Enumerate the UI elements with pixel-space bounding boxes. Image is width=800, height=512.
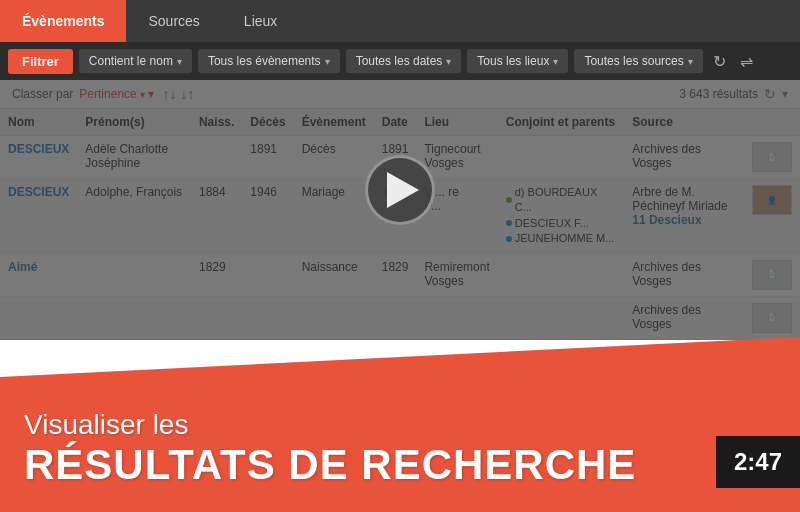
- cell-conjoint: d) BOURDEAUX C...DESCIEUX F...JEUNEHOMME…: [498, 179, 624, 254]
- cell-nom: [0, 296, 77, 339]
- settings-icon[interactable]: ⇌: [736, 52, 757, 71]
- col-deces: Décès: [242, 109, 293, 136]
- table-row[interactable]: Aimé1829Naissance1829RemiremontVosgesArc…: [0, 253, 800, 296]
- filter-sources-dropdown[interactable]: Toutes les sources: [574, 49, 702, 73]
- results-refresh-icon[interactable]: ↻: [764, 86, 776, 102]
- cell-lieu: RemiremontVosges: [416, 253, 497, 296]
- cell-thumb: 📄: [744, 253, 800, 296]
- cell-evenement: [294, 296, 374, 339]
- cell-source: Archives des Vosges: [624, 253, 744, 296]
- results-chevron-icon[interactable]: ▾: [782, 87, 788, 101]
- sort-asc-icon[interactable]: ↑↓: [162, 86, 176, 102]
- cell-deces: 1946: [242, 179, 293, 254]
- cell-prenoms: Adolphe, François: [77, 179, 191, 254]
- red-section: Visualiser les RÉSULTATS DE RECHERCHE: [0, 337, 800, 512]
- video-title-small: Visualiser les: [24, 408, 776, 442]
- name-link[interactable]: DESCIEUX: [8, 185, 69, 199]
- cell-prenoms: [77, 253, 191, 296]
- refresh-icon[interactable]: ↻: [709, 52, 730, 71]
- cell-date: [374, 296, 417, 339]
- tab-evenements[interactable]: Évènements: [0, 0, 126, 42]
- filter-events-dropdown[interactable]: Tous les évènements: [198, 49, 340, 73]
- tabs-bar: Évènements Sources Lieux: [0, 0, 800, 42]
- filter-button[interactable]: Filtrer: [8, 49, 73, 74]
- source-link[interactable]: 11 Descieux: [632, 213, 701, 227]
- table-header-row: Nom Prénom(s) Naiss. Décès Évènement Dat…: [0, 109, 800, 136]
- cell-source: Arbre de M. Péchineyf Miriade11 Descieux: [624, 179, 744, 254]
- col-lieu: Lieu: [416, 109, 497, 136]
- cell-nom: DESCIEUX: [0, 179, 77, 254]
- name-link[interactable]: Aimé: [8, 260, 37, 274]
- results-count: 3 643 résultats ↻ ▾: [679, 86, 788, 102]
- filter-lieux-dropdown[interactable]: Tous les lieux: [467, 49, 568, 73]
- cell-evenement: Naissance: [294, 253, 374, 296]
- cell-conjoint: [498, 136, 624, 179]
- tab-sources[interactable]: Sources: [126, 0, 221, 42]
- cell-conjoint: [498, 296, 624, 339]
- cell-evenement: Mariage: [294, 179, 374, 254]
- cell-thumb: 👤: [744, 179, 800, 254]
- play-triangle-icon: [387, 172, 419, 208]
- cell-date: 1829: [374, 253, 417, 296]
- cell-lieu: [416, 296, 497, 339]
- video-title-large: RÉSULTATS DE RECHERCHE: [24, 442, 776, 488]
- col-naiss: Naiss.: [191, 109, 242, 136]
- cell-deces: 1891: [242, 136, 293, 179]
- sort-bar: Classer par Pertinence ▾ ↑↓ ↓↑ 3 643 rés…: [0, 80, 800, 109]
- cell-thumb: 📄: [744, 296, 800, 339]
- filter-bar: Filtrer Contient le nom Tous les évèneme…: [0, 42, 800, 80]
- cell-evenement: Décès: [294, 136, 374, 179]
- source-thumbnail: 📄: [752, 142, 792, 172]
- col-conjoint: Conjoint et parents: [498, 109, 624, 136]
- sort-icons: ↑↓ ↓↑: [162, 86, 194, 102]
- col-evenement: Évènement: [294, 109, 374, 136]
- cell-conjoint: [498, 253, 624, 296]
- sort-desc-icon[interactable]: ↓↑: [180, 86, 194, 102]
- cell-source: Archives des Vosges: [624, 136, 744, 179]
- filter-name-dropdown[interactable]: Contient le nom: [79, 49, 192, 73]
- sort-select[interactable]: Pertinence ▾: [79, 87, 154, 101]
- table-row[interactable]: Archives des Vosges📄: [0, 296, 800, 339]
- source-thumbnail: 📄: [752, 260, 792, 290]
- col-nom: Nom: [0, 109, 77, 136]
- play-button[interactable]: [365, 155, 435, 225]
- col-prenoms: Prénom(s): [77, 109, 191, 136]
- cell-source: Archives des Vosges: [624, 296, 744, 339]
- col-source: Source: [624, 109, 744, 136]
- cell-naiss: 1829: [191, 253, 242, 296]
- cell-naiss: [191, 296, 242, 339]
- col-thumb: [744, 109, 800, 136]
- cell-nom: Aimé: [0, 253, 77, 296]
- cell-naiss: 1884: [191, 179, 242, 254]
- source-thumbnail: 📄: [752, 303, 792, 333]
- sort-label: Classer par: [12, 87, 73, 101]
- cell-nom: DESCIEUX: [0, 136, 77, 179]
- filter-dates-dropdown[interactable]: Toutes les dates: [346, 49, 462, 73]
- timer-badge: 2:47: [716, 436, 800, 488]
- name-link[interactable]: DESCIEUX: [8, 142, 69, 156]
- col-date: Date: [374, 109, 417, 136]
- source-thumbnail: 👤: [752, 185, 792, 215]
- cell-prenoms: Adèle Charlotte Joséphine: [77, 136, 191, 179]
- cell-thumb: 📄: [744, 136, 800, 179]
- cell-naiss: [191, 136, 242, 179]
- cell-deces: [242, 253, 293, 296]
- cell-deces: [242, 296, 293, 339]
- tab-lieux[interactable]: Lieux: [222, 0, 299, 42]
- cell-prenoms: [77, 296, 191, 339]
